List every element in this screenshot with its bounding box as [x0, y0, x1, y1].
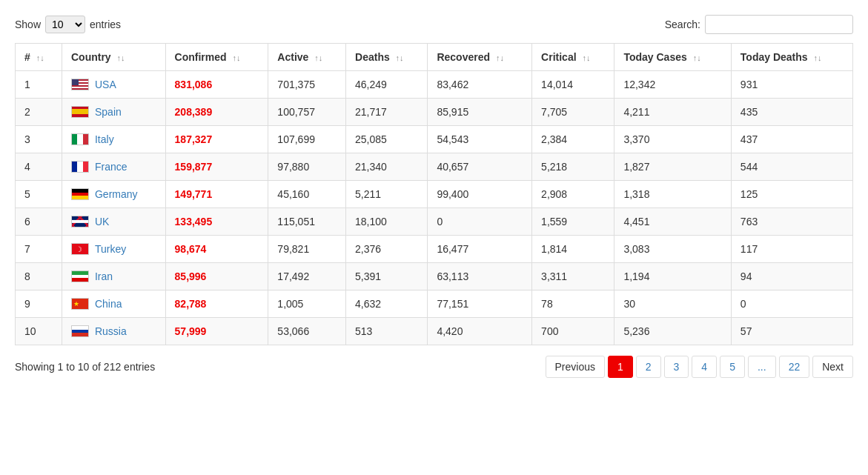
cell-rank: 4 [16, 153, 62, 181]
flag-china [71, 298, 89, 310]
cell-today-deaths: 763 [731, 208, 852, 236]
search-input[interactable] [705, 15, 853, 34]
cell-today-cases: 4,451 [614, 208, 731, 236]
country-link[interactable]: Iran [95, 270, 113, 282]
cell-recovered: 77,151 [428, 290, 532, 318]
cell-confirmed: 133,495 [165, 208, 268, 236]
sort-icon-today-deaths: ↑↓ [814, 53, 822, 62]
col-rank[interactable]: # ↑↓ [16, 44, 62, 71]
sort-icon-critical: ↑↓ [582, 53, 590, 62]
cell-today-deaths: 437 [731, 126, 852, 153]
col-recovered[interactable]: Recovered ↑↓ [428, 44, 532, 71]
cell-recovered: 63,113 [428, 263, 532, 290]
cell-deaths: 21,717 [346, 99, 428, 126]
cell-recovered: 4,420 [428, 318, 532, 345]
cell-today-deaths: 435 [731, 99, 852, 126]
cell-critical: 2,384 [532, 126, 614, 153]
page-1-button[interactable]: 1 [608, 356, 633, 378]
page-3-button[interactable]: 3 [664, 356, 689, 378]
country-link[interactable]: USA [95, 79, 116, 90]
col-critical[interactable]: Critical ↑↓ [532, 44, 614, 71]
cell-today-deaths: 544 [731, 153, 852, 181]
cell-recovered: 99,400 [428, 181, 532, 208]
flag-france [71, 161, 89, 173]
sort-icon-confirmed: ↑↓ [232, 53, 240, 62]
sort-icon-deaths: ↑↓ [396, 53, 404, 62]
country-link[interactable]: China [95, 298, 122, 310]
cell-today-cases: 1,194 [614, 263, 731, 290]
cell-rank: 8 [16, 263, 62, 290]
cell-country: Turkey [62, 236, 165, 263]
table-row: 9China82,7881,0054,63277,15178300 [16, 290, 853, 318]
country-link[interactable]: Italy [95, 133, 114, 145]
cell-today-deaths: 117 [731, 236, 852, 263]
cell-today-cases: 12,342 [614, 71, 731, 99]
cell-critical: 1,814 [532, 236, 614, 263]
cell-critical: 14,014 [532, 71, 614, 99]
flag-usa [71, 79, 89, 90]
country-link[interactable]: UK [95, 216, 109, 227]
cell-country: UK [62, 208, 165, 236]
cell-rank: 2 [16, 99, 62, 126]
col-confirmed[interactable]: Confirmed ↑↓ [165, 44, 268, 71]
cell-deaths: 5,211 [346, 181, 428, 208]
country-link[interactable]: Turkey [95, 243, 126, 255]
page-22-button[interactable]: 22 [779, 356, 810, 378]
cell-critical: 2,908 [532, 181, 614, 208]
cell-active: 79,821 [268, 236, 346, 263]
bottom-controls: Showing 1 to 10 of 212 entries Previous … [15, 356, 853, 378]
cell-confirmed: 149,771 [165, 181, 268, 208]
search-box: Search: [665, 15, 853, 34]
page-2-button[interactable]: 2 [636, 356, 661, 378]
page-5-button[interactable]: 5 [720, 356, 745, 378]
cell-today-cases: 4,211 [614, 99, 731, 126]
cell-confirmed: 85,996 [165, 263, 268, 290]
table-row: 2Spain208,389100,75721,71785,9157,7054,2… [16, 99, 853, 126]
cell-recovered: 54,543 [428, 126, 532, 153]
cell-critical: 78 [532, 290, 614, 318]
cell-critical: 3,311 [532, 263, 614, 290]
country-link[interactable]: Russia [95, 325, 127, 337]
flag-russia [71, 325, 89, 337]
country-link[interactable]: France [95, 161, 127, 173]
cell-confirmed: 82,788 [165, 290, 268, 318]
col-country[interactable]: Country ↑↓ [62, 44, 165, 71]
cell-rank: 5 [16, 181, 62, 208]
cell-rank: 6 [16, 208, 62, 236]
cell-recovered: 16,477 [428, 236, 532, 263]
cell-country: Spain [62, 99, 165, 126]
col-today-deaths[interactable]: Today Deaths ↑↓ [731, 44, 852, 71]
show-label: Show [15, 19, 41, 30]
table-row: 5Germany149,77145,1605,21199,4002,9081,3… [16, 181, 853, 208]
page-ellipsis: ... [748, 356, 776, 378]
cell-rank: 10 [16, 318, 62, 345]
table-row: 6UK133,495115,05118,10001,5594,451763 [16, 208, 853, 236]
cell-today-cases: 30 [614, 290, 731, 318]
cell-confirmed: 159,877 [165, 153, 268, 181]
cell-today-cases: 1,318 [614, 181, 731, 208]
page-4-button[interactable]: 4 [692, 356, 717, 378]
entries-label: entries [90, 19, 121, 30]
cell-rank: 1 [16, 71, 62, 99]
table-row: 4France159,87797,88021,34040,6575,2181,8… [16, 153, 853, 181]
table-header-row: # ↑↓ Country ↑↓ Confirmed ↑↓ Active ↑↓ D… [16, 44, 853, 71]
cell-today-deaths: 57 [731, 318, 852, 345]
country-link[interactable]: Spain [95, 106, 122, 118]
next-button[interactable]: Next [812, 356, 853, 378]
cell-deaths: 4,632 [346, 290, 428, 318]
col-today-cases[interactable]: Today Cases ↑↓ [614, 44, 731, 71]
entries-select[interactable]: 10 25 50 100 [45, 16, 85, 33]
country-link[interactable]: Germany [95, 188, 138, 200]
cell-active: 17,492 [268, 263, 346, 290]
col-active[interactable]: Active ↑↓ [268, 44, 346, 71]
cell-today-cases: 3,370 [614, 126, 731, 153]
previous-button[interactable]: Previous [546, 356, 605, 378]
sort-icon-today-cases: ↑↓ [693, 53, 701, 62]
showing-text: Showing 1 to 10 of 212 entries [15, 361, 155, 373]
cell-deaths: 21,340 [346, 153, 428, 181]
flag-italy [71, 133, 89, 145]
cell-active: 53,066 [268, 318, 346, 345]
table-row: 7Turkey98,67479,8212,37616,4771,8143,083… [16, 236, 853, 263]
col-deaths[interactable]: Deaths ↑↓ [346, 44, 428, 71]
flag-spain [71, 106, 89, 118]
